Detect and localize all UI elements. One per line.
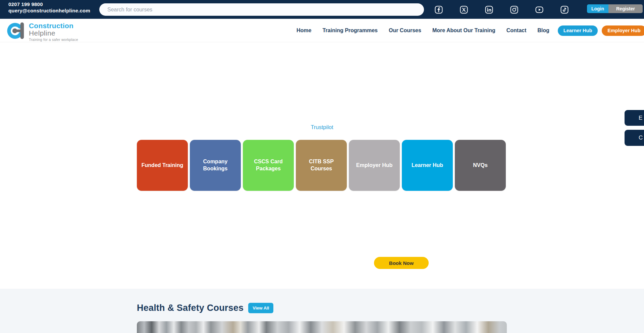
nav-link-blog[interactable]: Blog [537, 27, 549, 34]
logo-mark-icon [7, 21, 26, 40]
email-address: query@constructionhelpline.com [8, 7, 90, 14]
logo-line1: Construction [29, 22, 78, 30]
view-all-button[interactable]: View All [248, 303, 273, 313]
logo-tagline: Training for a safer workplace [29, 37, 78, 42]
employer-hub-button[interactable]: Employer Hub [602, 25, 644, 36]
tile-funded-training[interactable]: Funded Training [137, 140, 188, 191]
top-bar: 0207 199 9800 query@constructionhelpline… [0, 0, 644, 19]
tile-nvqs[interactable]: NVQs [455, 140, 506, 191]
facebook-icon[interactable] [435, 6, 443, 14]
learner-hub-button[interactable]: Learner Hub [558, 25, 598, 36]
section-header: Health & Safety Courses View All [137, 303, 273, 313]
tile-company-bookings[interactable]: Company Bookings [190, 140, 241, 191]
tile-employer-hub[interactable]: Employer Hub [349, 140, 400, 191]
youtube-icon[interactable] [535, 6, 543, 14]
x-icon[interactable] [460, 6, 468, 14]
instagram-icon[interactable] [510, 6, 518, 14]
auth-buttons: Login Register [587, 4, 643, 13]
nav-menu: Home Training Programmes Our Courses Mor… [297, 19, 644, 42]
tile-learner-hub[interactable]: Learner Hub [402, 140, 453, 191]
main-navbar: Construction Helpline Training for a saf… [0, 19, 644, 42]
login-button[interactable]: Login [587, 4, 608, 13]
phone-number: 0207 199 9800 [8, 1, 90, 7]
side-enquire-button[interactable]: E [625, 110, 644, 126]
search-input[interactable] [99, 3, 424, 16]
logo-line2: Helpline [29, 30, 78, 37]
course-card-image[interactable] [137, 321, 507, 333]
section-title: Health & Safety Courses [137, 303, 244, 313]
book-now-button[interactable]: Book Now [374, 257, 429, 269]
nav-link-contact[interactable]: Contact [506, 27, 527, 34]
nav-link-our-courses[interactable]: Our Courses [389, 27, 421, 34]
tile-citb-ssp-courses[interactable]: CITB SSP Courses [296, 140, 347, 191]
nav-link-more-about-our-training[interactable]: More About Our Training [432, 27, 495, 34]
register-button[interactable]: Register [608, 4, 643, 13]
tile-cscs-card-packages[interactable]: CSCS Card Packages [243, 140, 294, 191]
trustpilot-widget: Trustpilot [0, 124, 644, 130]
logo-text: Construction Helpline Training for a saf… [29, 21, 78, 42]
contact-info: 0207 199 9800 query@constructionhelpline… [8, 1, 90, 14]
trustpilot-link[interactable]: Trustpilot [311, 124, 333, 130]
nav-link-home[interactable]: Home [297, 27, 311, 34]
linkedin-icon[interactable] [485, 6, 493, 14]
side-callback-button[interactable]: C [625, 130, 644, 146]
health-safety-courses-section: Health & Safety Courses View All [0, 289, 644, 333]
site-logo[interactable]: Construction Helpline Training for a saf… [7, 21, 78, 42]
social-links [435, 6, 569, 14]
page-canvas: 0207 199 9800 query@constructionhelpline… [0, 0, 644, 333]
nav-link-training-programmes[interactable]: Training Programmes [322, 27, 378, 34]
tiktok-icon[interactable] [560, 6, 569, 14]
category-tiles: Funded Training Company Bookings CSCS Ca… [137, 140, 506, 191]
